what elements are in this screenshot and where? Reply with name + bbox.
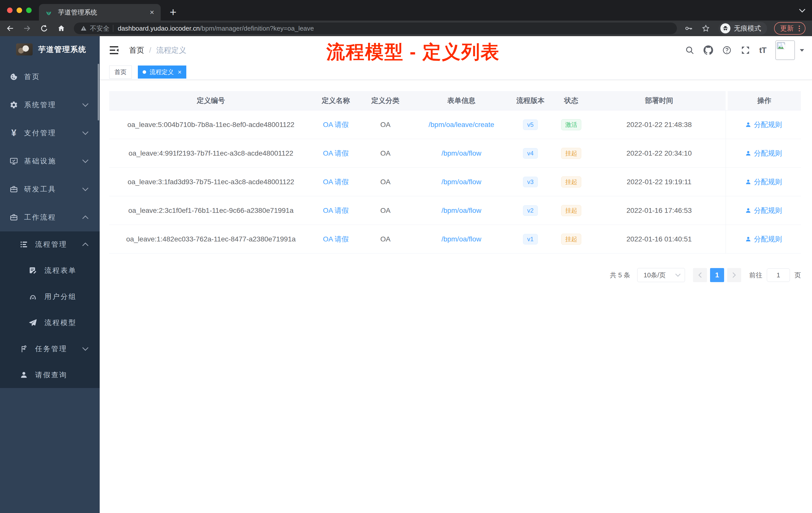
status-badge: 挂起 [561,148,581,159]
toolbox-icon [9,185,18,193]
form-link[interactable]: /bpm/oa/flow [441,235,481,243]
broken-image-icon [777,42,786,50]
caret-down-icon[interactable] [800,49,805,52]
sidebar-item-devtools[interactable]: 研发工具 [0,175,100,203]
definition-id: oa_leave:1:482ec033-762a-11ec-8477-a2380… [109,225,313,253]
browser-toolbar: 不安全 dashboard.yudao.iocoder.cn/bpm/manag… [0,21,812,36]
page-size-select[interactable]: 10条/页 [637,268,685,282]
new-tab-button[interactable]: + [170,4,176,20]
window-close-button[interactable] [7,7,12,13]
sidebar-item-leave-query[interactable]: 请假查询 [0,362,100,388]
tab-overflow-chevron-icon[interactable] [799,8,806,12]
tag-close-icon[interactable]: × [178,68,181,76]
goto-label: 前往 [749,271,762,280]
definition-name-link[interactable]: OA 请假 [323,120,349,129]
sidebar-item-process-management[interactable]: 流程管理 [0,232,100,258]
password-key-icon[interactable] [685,24,693,33]
breadcrumb: 首页 / 流程定义 [129,36,186,64]
form-link[interactable]: /bpm/oa/flow [441,207,481,215]
tag-process-definition[interactable]: 流程定义 × [138,65,186,79]
workflow-submenu: 流程管理 流程表单 用户分组 流程模型 任务管理 请假 [0,232,100,388]
chevron-up-icon [82,241,89,248]
hamburger-icon[interactable] [110,46,120,55]
chevron-down-icon [675,273,681,277]
definition-name-link[interactable]: OA 请假 [323,177,349,187]
deploy-time: 2022-01-22 19:19:11 [592,168,726,196]
sidebar-logo-row[interactable]: 芋道管理系统 [0,36,100,63]
sidebar-item-user-group[interactable]: 用户分组 [0,283,100,310]
goto-page-input[interactable] [767,268,790,282]
incognito-icon [720,23,730,33]
deploy-time: 2022-01-16 01:40:51 [592,225,726,253]
browser-tab[interactable]: 芋道管理系统 × [39,4,161,21]
home-icon[interactable] [57,24,66,33]
sidebar-item-process-model[interactable]: 流程模型 [0,310,100,336]
sidebar-item-workflow[interactable]: 工作流程 [0,203,100,232]
url-host: dashboard.yudao.iocoder.cn [118,25,200,32]
font-size-icon[interactable]: tT [759,46,766,55]
status-badge: 挂起 [561,205,581,216]
definition-category: OA [359,111,412,139]
chevron-down-icon [82,186,89,192]
help-icon[interactable] [722,46,732,55]
tab-close-icon[interactable]: × [149,8,155,17]
address-bar[interactable]: 不安全 dashboard.yudao.iocoder.cn/bpm/manag… [74,23,677,34]
deploy-time: 2022-01-22 21:48:38 [592,111,726,139]
breadcrumb-home[interactable]: 首页 [129,45,144,56]
next-page-button[interactable] [727,268,741,282]
navbar-actions: tT [685,36,805,64]
definition-name-link[interactable]: OA 请假 [323,149,349,158]
definition-id: oa_leave:4:991f2193-7b7f-11ec-a3c8-acde4… [109,139,313,168]
sidebar-item-system[interactable]: 系统管理 [0,91,100,119]
window-minimize-button[interactable] [17,7,22,13]
browser-menu-icon[interactable] [798,25,801,32]
sidebar-item-infra[interactable]: 基础设施 [0,147,100,175]
assign-rule-button[interactable]: 分配规则 [745,149,782,158]
reload-icon[interactable] [40,24,49,33]
table-row: oa_leave:4:991f2193-7b7f-11ec-a3c8-acde4… [109,139,801,168]
definition-id: oa_leave:5:004b710b-7b8a-11ec-8ef0-acde4… [109,111,313,139]
main-area: 流程模型 - 定义列表 首页 / 流程定义 tT [100,36,812,513]
form-link[interactable]: /bpm/oa/flow [441,178,481,186]
assign-rule-button[interactable]: 分配规则 [745,206,782,215]
fullscreen-icon[interactable] [741,46,750,55]
prev-page-button[interactable] [693,268,707,282]
yen-icon: ¥ [9,129,18,137]
chevron-up-icon [82,214,89,221]
security-label[interactable]: 不安全 [90,24,110,33]
assign-rule-button[interactable]: 分配规则 [745,234,782,244]
search-icon[interactable] [685,46,695,55]
form-link[interactable]: /bpm/oa/flow [441,149,481,157]
col-status: 状态 [550,91,592,110]
tag-home[interactable]: 首页 [109,65,132,79]
definition-name-link[interactable]: OA 请假 [323,206,349,215]
browser-update-button[interactable]: 更新 [774,22,806,35]
browser-tab-title: 芋道管理系统 [58,8,149,17]
sidebar-item-home[interactable]: 首页 [0,63,100,91]
col-deploy-time: 部署时间 [592,91,726,110]
sidebar-item-payment[interactable]: ¥ 支付管理 [0,119,100,147]
assign-rule-button[interactable]: 分配规则 [745,120,782,129]
window-zoom-button[interactable] [26,7,32,13]
chevron-down-icon [82,345,89,352]
definition-name-link[interactable]: OA 请假 [323,234,349,244]
forward-icon[interactable] [23,24,32,33]
definition-id: oa_leave:2:3c1f0ef1-76b1-11ec-9c66-a2380… [109,196,313,224]
breadcrumb-separator: / [149,46,151,55]
github-icon[interactable] [703,46,713,55]
sidebar-scrollbar-thumb[interactable] [98,64,99,120]
incognito-badge: 无痕模式 [719,22,767,35]
definition-id: oa_leave:3:1fad3d93-7b75-11ec-a3c8-acde4… [109,168,313,196]
back-icon[interactable] [5,24,14,33]
bookmark-star-icon[interactable] [701,24,710,33]
chevron-down-icon [82,102,89,108]
sidebar-item-task-management[interactable]: 任务管理 [0,336,100,362]
fixed-column-gap [726,91,728,110]
assign-rule-button[interactable]: 分配规则 [745,177,782,187]
avatar[interactable] [775,40,795,60]
sidebar-item-process-form[interactable]: 流程表单 [0,258,100,283]
form-link[interactable]: /bpm/oa/leave/create [429,121,494,129]
page-number-current[interactable]: 1 [710,268,724,282]
dashboard-icon [9,72,18,81]
person-icon [20,371,28,379]
